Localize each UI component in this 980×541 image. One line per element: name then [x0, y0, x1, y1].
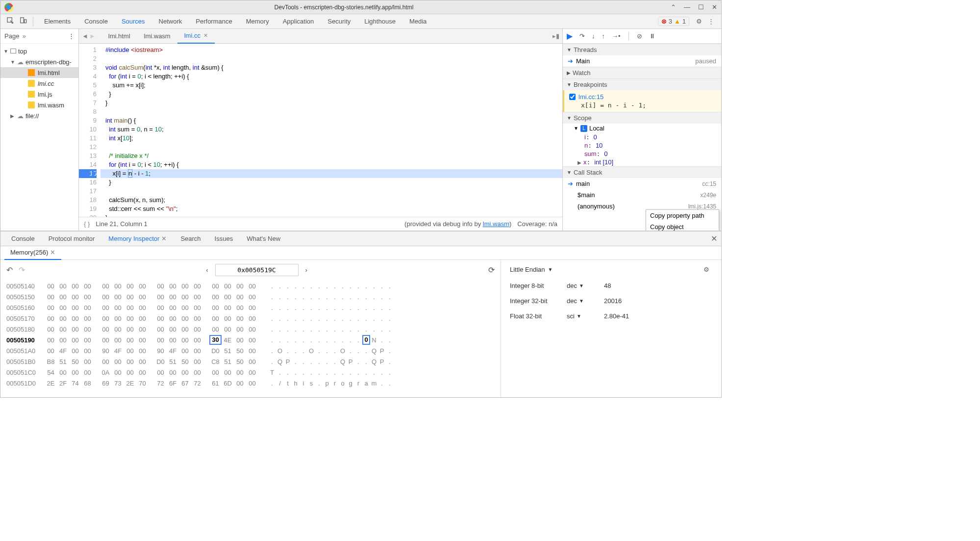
hex-ascii-char[interactable]: .	[362, 313, 370, 324]
hex-ascii-char[interactable]: .	[315, 346, 323, 357]
hex-ascii-char[interactable]: .	[284, 292, 292, 303]
hex-byte[interactable]: 68	[81, 378, 94, 389]
main-tab-media[interactable]: Media	[402, 14, 433, 29]
hex-ascii-char[interactable]: .	[347, 303, 354, 313]
hex-ascii-char[interactable]: .	[276, 324, 284, 335]
hex-byte[interactable]: 00	[191, 346, 203, 357]
hex-ascii-char[interactable]: .	[284, 313, 292, 324]
hex-ascii-char[interactable]: .	[339, 292, 347, 303]
hex-byte[interactable]: 00	[167, 303, 179, 313]
hex-byte[interactable]: 6D	[222, 378, 234, 389]
hex-byte[interactable]: 00	[154, 303, 167, 313]
hex-ascii-char[interactable]: .	[300, 281, 307, 292]
hex-ascii-char[interactable]: .	[370, 303, 378, 313]
hex-byte[interactable]: 00	[154, 324, 167, 335]
main-tab-elements[interactable]: Elements	[37, 14, 77, 29]
hex-byte[interactable]: 00	[234, 281, 246, 292]
hex-ascii-char[interactable]: Q	[339, 357, 347, 367]
callstack-section[interactable]: ▼Call Stack	[563, 166, 721, 178]
code-line[interactable]: int x[10];	[101, 134, 562, 143]
hex-ascii-char[interactable]: .	[339, 281, 347, 292]
hex-ascii-char[interactable]: .	[378, 324, 386, 335]
hex-byte[interactable]: 00	[234, 367, 246, 378]
hex-ascii-char[interactable]: .	[323, 324, 331, 335]
hex-ascii-char[interactable]: .	[307, 324, 315, 335]
hex-ascii-char[interactable]: .	[378, 367, 386, 378]
hex-ascii-char[interactable]: .	[386, 281, 394, 292]
hex-ascii-char[interactable]: .	[354, 357, 362, 367]
history-back-icon[interactable]: ◄	[82, 32, 88, 40]
hex-byte[interactable]: 00	[100, 292, 112, 303]
hex-byte[interactable]: 00	[81, 324, 94, 335]
hex-ascii-char[interactable]: .	[347, 281, 354, 292]
step-out-icon[interactable]: ↑	[602, 32, 605, 40]
hex-ascii-char[interactable]: O	[276, 346, 284, 357]
address-input[interactable]	[215, 264, 299, 276]
hex-ascii-char[interactable]: .	[276, 367, 284, 378]
hex-byte[interactable]: 00	[222, 324, 234, 335]
hex-byte[interactable]: D0	[154, 357, 167, 367]
code-line[interactable]: int main() {	[101, 116, 562, 125]
hex-ascii-char[interactable]: .	[315, 335, 323, 346]
hex-byte[interactable]: 00	[234, 378, 246, 389]
prev-page-icon[interactable]: ‹	[203, 266, 211, 274]
hex-byte[interactable]: 50	[179, 357, 191, 367]
hex-byte[interactable]: 00	[124, 313, 136, 324]
drawer-close-icon[interactable]: ✕	[711, 234, 717, 243]
hex-byte[interactable]: 00	[112, 367, 124, 378]
code-line[interactable]: std::cerr << sum << "\n";	[101, 205, 562, 213]
main-tab-memory[interactable]: Memory	[239, 14, 276, 29]
hex-byte[interactable]: 00	[209, 281, 222, 292]
hex-byte[interactable]: 00	[154, 292, 167, 303]
hex-ascii-char[interactable]: .	[331, 346, 339, 357]
hex-ascii-char[interactable]: .	[292, 357, 300, 367]
hex-byte[interactable]: 00	[154, 281, 167, 292]
settings-gear-icon[interactable]: ⚙	[693, 18, 705, 25]
hex-ascii-char[interactable]: .	[284, 303, 292, 313]
hex-byte[interactable]: 2F	[57, 378, 69, 389]
hex-ascii-char[interactable]: o	[339, 378, 347, 389]
hex-ascii-char[interactable]: .	[276, 292, 284, 303]
scope-variable[interactable]: sum: 0	[563, 150, 721, 158]
refresh-icon[interactable]: ⟳	[488, 265, 495, 275]
hex-ascii-char[interactable]: .	[284, 324, 292, 335]
hex-byte[interactable]: 00	[222, 367, 234, 378]
hex-ascii-char[interactable]: .	[354, 313, 362, 324]
hex-byte[interactable]: B8	[45, 357, 57, 367]
watch-section[interactable]: ▶Watch	[563, 67, 721, 78]
code-line[interactable]: #include <iostream>	[101, 46, 562, 54]
hex-ascii-char[interactable]: .	[362, 324, 370, 335]
hex-byte[interactable]: 00	[246, 378, 258, 389]
drawer-tab[interactable]: What's New	[240, 232, 287, 246]
nav-item[interactable]: ▼top	[0, 46, 78, 56]
format-select[interactable]: dec ▼	[567, 282, 596, 289]
hex-ascii-char[interactable]: s	[307, 378, 315, 389]
hex-byte[interactable]: 00	[112, 324, 124, 335]
hex-byte[interactable]: 00	[81, 303, 94, 313]
hex-byte[interactable]: 00	[179, 281, 191, 292]
code-line[interactable]	[101, 107, 562, 116]
hex-byte[interactable]: 00	[246, 367, 258, 378]
hex-byte[interactable]: 00	[124, 292, 136, 303]
hex-ascii-char[interactable]: .	[339, 313, 347, 324]
hex-byte[interactable]: 00	[45, 313, 57, 324]
hex-ascii-char[interactable]: .	[315, 378, 323, 389]
hex-ascii-char[interactable]: .	[386, 324, 394, 335]
hex-ascii-char[interactable]: h	[292, 378, 300, 389]
hex-byte[interactable]: 00	[69, 367, 81, 378]
hex-ascii-char[interactable]: .	[362, 367, 370, 378]
inspect-element-icon[interactable]	[6, 17, 14, 26]
nav-item[interactable]: lmi.js	[0, 89, 78, 100]
hex-ascii-char[interactable]: .	[386, 367, 394, 378]
hex-byte[interactable]: 00	[124, 335, 136, 346]
hex-ascii-char[interactable]: .	[378, 292, 386, 303]
hex-ascii-char[interactable]: .	[362, 281, 370, 292]
main-tab-application[interactable]: Application	[276, 14, 321, 29]
hex-byte[interactable]: 00	[222, 281, 234, 292]
hex-byte[interactable]: 00	[234, 335, 246, 346]
hex-byte[interactable]: 00	[81, 357, 94, 367]
navigator-tab-page[interactable]: Page	[4, 32, 19, 40]
hex-byte[interactable]: 6F	[167, 378, 179, 389]
hex-byte[interactable]: 00	[179, 335, 191, 346]
hex-byte[interactable]: 70	[136, 378, 149, 389]
